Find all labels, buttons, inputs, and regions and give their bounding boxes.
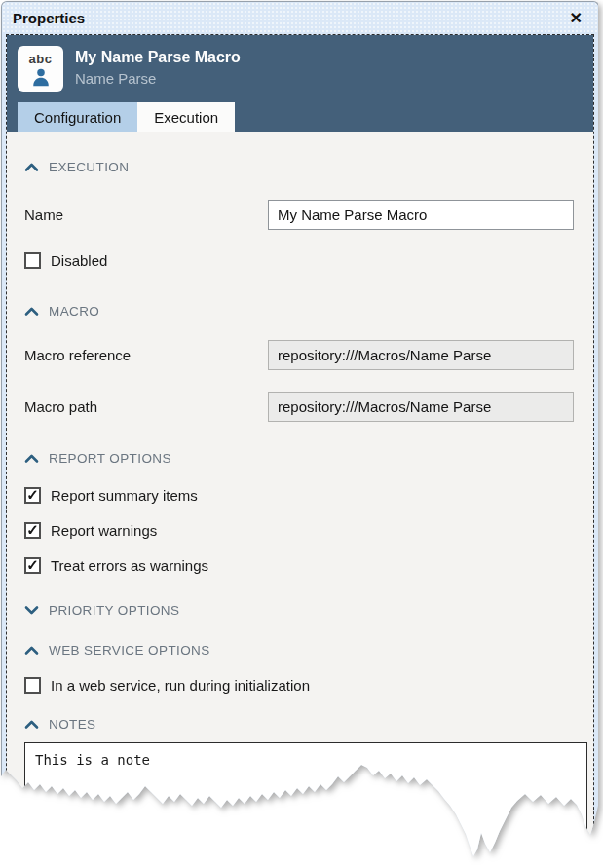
close-icon[interactable]: ✕ — [566, 9, 586, 28]
macro-path-label: Macro path — [24, 398, 268, 415]
page-subtitle: Name Parse — [75, 68, 241, 91]
abc-icon: abc — [29, 53, 53, 65]
web-service-label[interactable]: In a web service, run during initializat… — [51, 677, 310, 694]
chevron-down-icon — [24, 605, 39, 616]
name-field-row: Name — [24, 200, 576, 230]
person-icon — [30, 66, 52, 88]
chevron-up-icon — [24, 453, 39, 464]
section-title: MACRO — [49, 304, 99, 319]
chevron-up-icon — [24, 162, 39, 172]
check-icon: ✓ — [26, 522, 39, 537]
tab-bar: Configuration Execution — [18, 102, 583, 132]
report-summary-check-row: ✓ Report summary items — [24, 487, 576, 504]
disabled-label[interactable]: Disabled — [51, 252, 107, 269]
section-header-priority-options[interactable]: PRIORITY OPTIONS — [24, 603, 576, 618]
section-header-report-options[interactable]: REPORT OPTIONS — [24, 451, 576, 466]
check-icon: ✓ — [26, 487, 39, 502]
section-title: WEB SERVICE OPTIONS — [49, 643, 210, 658]
report-summary-checkbox[interactable]: ✓ — [24, 487, 41, 504]
web-service-check-row: In a web service, run during initializat… — [24, 677, 576, 694]
section-header-macro[interactable]: MACRO — [24, 304, 576, 319]
chevron-up-icon — [24, 306, 39, 317]
macro-reference-label: Macro reference — [24, 347, 268, 363]
macro-reference-row: Macro reference — [24, 340, 576, 370]
window-title: Properties — [13, 10, 566, 26]
macro-path-input[interactable] — [268, 392, 574, 422]
notes-textarea[interactable]: This is a note — [24, 742, 587, 868]
macro-type-icon: abc — [18, 46, 63, 92]
chevron-up-icon — [24, 719, 39, 730]
section-header-notes[interactable]: NOTES — [24, 717, 576, 732]
macro-path-row: Macro path — [24, 392, 576, 422]
macro-header: abc My Name Parse Macro Name Parse Confi… — [7, 35, 593, 132]
web-service-checkbox[interactable] — [24, 677, 41, 694]
macro-reference-input[interactable] — [268, 340, 574, 370]
section-title: EXECUTION — [49, 160, 129, 174]
properties-panel: Properties ✕ abc My Name Parse Macro Nam… — [1, 1, 599, 868]
properties-window: Properties ✕ abc My Name Parse Macro Nam… — [1, 1, 599, 868]
tab-execution[interactable]: Execution — [137, 102, 235, 132]
treat-errors-checkbox[interactable]: ✓ — [24, 557, 41, 574]
panel-body: abc My Name Parse Macro Name Parse Confi… — [6, 34, 594, 868]
treat-errors-label[interactable]: Treat errors as warnings — [51, 557, 208, 574]
disabled-checkbox[interactable] — [24, 252, 41, 269]
window-titlebar: Properties ✕ — [2, 2, 598, 34]
execution-tab-content: EXECUTION Name Disabled MACRO — [7, 132, 593, 868]
report-warnings-label[interactable]: Report warnings — [51, 522, 157, 539]
page-title: My Name Parse Macro — [75, 47, 241, 68]
tab-configuration[interactable]: Configuration — [18, 102, 137, 132]
report-summary-label[interactable]: Report summary items — [51, 487, 198, 504]
section-title: REPORT OPTIONS — [49, 451, 171, 466]
section-title: NOTES — [49, 717, 96, 732]
section-header-web-service-options[interactable]: WEB SERVICE OPTIONS — [24, 643, 576, 658]
check-icon: ✓ — [26, 557, 39, 572]
section-header-execution[interactable]: EXECUTION — [24, 160, 576, 174]
section-title: PRIORITY OPTIONS — [49, 603, 179, 618]
treat-errors-check-row: ✓ Treat errors as warnings — [24, 557, 576, 574]
name-label: Name — [24, 207, 268, 223]
report-warnings-checkbox[interactable]: ✓ — [24, 522, 41, 539]
disabled-check-row: Disabled — [24, 252, 576, 269]
name-input[interactable] — [268, 200, 574, 230]
chevron-up-icon — [24, 645, 39, 656]
report-warnings-check-row: ✓ Report warnings — [24, 522, 576, 539]
